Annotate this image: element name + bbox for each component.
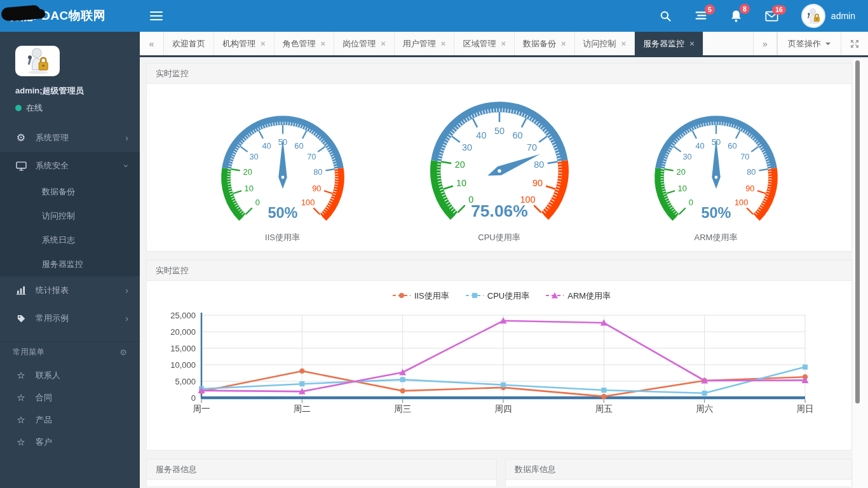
- svg-text:40: 40: [262, 140, 271, 150]
- fav-item-customers[interactable]: ☆客户: [0, 431, 140, 453]
- svg-text:10: 10: [677, 183, 686, 193]
- panel-title: 实时监控: [147, 64, 851, 84]
- fav-item-products[interactable]: ☆产品: [0, 409, 140, 431]
- sidebar-group-statistics-reports: 统计报表›: [0, 276, 140, 304]
- legend-item-CPU使用率[interactable]: CPU使用率: [466, 290, 529, 302]
- close-icon[interactable]: ×: [261, 39, 266, 48]
- chevron-down-icon: [825, 43, 831, 48]
- tab-org-management[interactable]: 机构管理×: [214, 32, 275, 55]
- messages-badge: 16: [772, 5, 786, 15]
- star-icon: ☆: [13, 437, 29, 448]
- svg-text:10,000: 10,000: [170, 360, 196, 370]
- bar-chart-icon: [13, 286, 29, 295]
- legend-square-marker: [466, 292, 484, 301]
- scrollbar-thumb[interactable]: [855, 60, 860, 403]
- sidebar-item-statistics-reports[interactable]: 统计报表›: [0, 276, 140, 304]
- close-icon[interactable]: ×: [689, 39, 695, 48]
- online-dot-icon: [15, 105, 22, 111]
- tab-label: 欢迎首页: [172, 38, 205, 50]
- chevron-right-icon: ›: [125, 133, 128, 143]
- tab-operations-dropdown[interactable]: 页签操作: [777, 32, 841, 55]
- legend-circle-marker: [393, 292, 410, 301]
- sidebar-item-system-security[interactable]: 系统安全›: [0, 152, 140, 180]
- tag-icon: [13, 314, 29, 323]
- svg-text:10: 10: [244, 183, 253, 193]
- tab-label: 角色管理: [283, 38, 316, 50]
- tab-label: 岗位管理: [342, 38, 376, 50]
- svg-text:70: 70: [740, 151, 749, 161]
- svg-text:20,000: 20,000: [170, 327, 196, 337]
- tab-label: 服务器监控: [643, 38, 684, 50]
- tab-user-management[interactable]: 用户管理×: [395, 32, 455, 55]
- close-icon[interactable]: ×: [561, 39, 566, 48]
- chevron-right-icon: ›: [125, 313, 128, 323]
- fav-item-contacts[interactable]: ☆联系人: [0, 364, 140, 386]
- content: 实时监控 010203040506070809010050%IIS使用率0102…: [140, 57, 868, 486]
- database-info-panel: 数据库信息: [505, 459, 852, 486]
- avatar-figure-icon: [21, 47, 54, 75]
- close-icon[interactable]: ×: [501, 39, 506, 48]
- fullscreen-toggle-button[interactable]: [841, 32, 868, 55]
- tab-region-management[interactable]: 区域管理×: [454, 32, 515, 55]
- gauge-title: IIS使用率: [212, 232, 354, 248]
- profile-avatar[interactable]: [15, 46, 60, 76]
- chevron-right-icon: ›: [125, 285, 128, 295]
- sidebar: admin;超级管理员 在线 ⚙系统管理›系统安全›数据备份访问控制系统日志服务…: [0, 32, 140, 488]
- bell-icon[interactable]: 8: [730, 10, 742, 22]
- tab-label: 访问控制: [583, 38, 616, 50]
- tab-data-backup[interactable]: 数据备份×: [515, 32, 575, 55]
- avatar: [801, 4, 825, 28]
- close-icon[interactable]: ×: [441, 39, 446, 48]
- fav-menu: ☆联系人☆合同☆产品☆客户: [0, 364, 140, 453]
- gauges-body: 010203040506070809010050%IIS使用率010203040…: [147, 84, 851, 251]
- svg-text:周二: 周二: [294, 404, 311, 414]
- chart-body: IIS使用率CPU使用率ARM使用率 05,00010,00015,00020,…: [147, 281, 851, 450]
- tabs-scroll-left-button[interactable]: «: [140, 32, 164, 55]
- close-icon[interactable]: ×: [621, 39, 627, 48]
- svg-text:周五: 周五: [595, 404, 613, 414]
- svg-text:100: 100: [734, 198, 747, 207]
- sidebar-subitem-server-monitor[interactable]: 服务器监控: [0, 252, 140, 276]
- fav-item-label: 联系人: [36, 370, 60, 381]
- mail-icon[interactable]: 16: [765, 11, 778, 22]
- sidebar-subitem-access-control[interactable]: 访问控制: [0, 204, 140, 228]
- fav-menu-title: 常用菜单: [13, 347, 44, 358]
- svg-text:30: 30: [249, 151, 258, 161]
- gear-icon[interactable]: ⚙: [119, 348, 127, 357]
- sidebar-item-label: 统计报表: [36, 285, 69, 296]
- close-icon[interactable]: ×: [381, 39, 386, 48]
- top-navbar: 智能PDAC物联网 5 8 16: [0, 0, 868, 32]
- legend-label: CPU使用率: [487, 290, 529, 302]
- fav-item-contracts[interactable]: ☆合同: [0, 386, 140, 409]
- sidebar-subitem-system-logs[interactable]: 系统日志: [0, 228, 140, 252]
- sidebar-group-system-management: ⚙系统管理›: [0, 124, 140, 152]
- svg-text:70: 70: [307, 151, 316, 161]
- tab-post-management[interactable]: 岗位管理×: [334, 32, 395, 55]
- tab-access-control[interactable]: 访问控制×: [575, 32, 635, 55]
- panel-title: 实时监控: [147, 261, 851, 281]
- tabs-scroll-right-button[interactable]: »: [753, 32, 777, 55]
- svg-text:5,000: 5,000: [175, 377, 196, 386]
- tab-server-monitor[interactable]: 服务器监控×: [635, 32, 703, 55]
- sidebar-subitem-data-backup[interactable]: 数据备份: [0, 180, 140, 204]
- tab-welcome-home[interactable]: 欢迎首页: [164, 32, 214, 55]
- svg-text:15,000: 15,000: [170, 344, 196, 353]
- legend-item-IIS使用率[interactable]: IIS使用率: [393, 290, 449, 302]
- svg-text:40: 40: [695, 140, 704, 150]
- svg-text:30: 30: [682, 151, 691, 161]
- sidebar-item-common-examples[interactable]: 常用示例›: [0, 304, 140, 332]
- svg-text:50%: 50%: [701, 204, 731, 220]
- search-icon[interactable]: [660, 10, 672, 22]
- hamburger-menu-icon[interactable]: [150, 9, 163, 23]
- sidebar-item-system-management[interactable]: ⚙系统管理›: [0, 124, 140, 152]
- chart-legend: IIS使用率CPU使用率ARM使用率: [152, 290, 851, 302]
- user-menu[interactable]: admin: [801, 4, 855, 28]
- legend-item-ARM使用率[interactable]: ARM使用率: [546, 290, 611, 302]
- tab-role-management[interactable]: 角色管理×: [275, 32, 335, 55]
- close-icon[interactable]: ×: [321, 39, 326, 48]
- gauge-title: CPU使用率: [419, 232, 580, 248]
- fav-menu-header: 常用菜单 ⚙: [0, 341, 140, 364]
- svg-text:80: 80: [534, 159, 544, 170]
- tab-label: 机构管理: [222, 38, 255, 50]
- tasks-icon[interactable]: 5: [695, 10, 707, 22]
